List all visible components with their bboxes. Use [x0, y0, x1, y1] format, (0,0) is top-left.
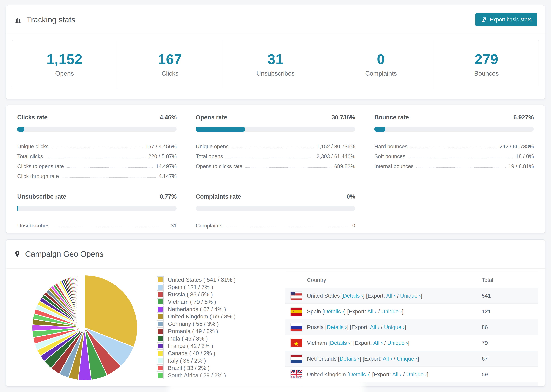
export-all-link[interactable]: All ›: [392, 371, 402, 378]
country-links-text: Vietnam [Details ›] [Export: All › / Uni…: [307, 340, 410, 346]
stat-value: 1,152: [47, 51, 83, 67]
legend-label: Canada ( 40 / 2% ): [168, 350, 215, 357]
details-link[interactable]: Details ›: [324, 308, 344, 315]
export-unique-link[interactable]: Unique ›: [400, 293, 421, 299]
rate-title: Bounce rate: [374, 114, 409, 121]
nl-flag-icon: [290, 355, 302, 363]
geo-table-row-de: Germany [Details ›] [Export: All › / Uni…: [285, 382, 538, 386]
geo-legend: United States ( 541 / 31% )Spain ( 121 /…: [156, 268, 282, 386]
dotted-leader: [225, 227, 349, 227]
legend-swatch: [156, 291, 164, 298]
rate-detail-row: Complaints0: [196, 219, 355, 229]
legend-swatch: [156, 298, 164, 305]
dotted-leader: [62, 177, 156, 178]
dotted-leader: [416, 168, 506, 168]
total-column-header: Total: [482, 277, 538, 283]
country-name: United Kingdom: [307, 371, 346, 378]
rate-progress-fill: [196, 127, 245, 132]
rate-detail-value: 4.147%: [159, 173, 177, 179]
dotted-leader: [51, 147, 143, 148]
slash: /: [379, 324, 384, 330]
geo-opens-pie-chart[interactable]: [28, 269, 141, 386]
bracket: ] [: [350, 340, 355, 346]
export-all-link[interactable]: All ›: [383, 356, 392, 362]
stat-value: 0: [377, 51, 385, 67]
rate-title: Opens rate: [196, 114, 227, 121]
country-cell: United States [Details ›] [Export: All ›…: [285, 292, 482, 300]
es-flag-icon: [290, 308, 302, 315]
geo-table-header: Country Total: [285, 272, 538, 288]
rate-detail-row: Soft bounces18 / 0%: [374, 150, 534, 160]
pie-slice[interactable]: [85, 275, 85, 328]
geo-table-row-ru: Russia [Details ›] [Export: All › / Uniq…: [285, 320, 538, 335]
export-button-label: Export basic stats: [490, 17, 532, 23]
rate-detail-row: Unique opens1,152 / 30.736%: [196, 140, 355, 150]
country-total: 67: [482, 356, 538, 362]
export-unique-link[interactable]: Unique ›: [381, 308, 402, 315]
legend-swatch: [156, 343, 164, 350]
stat-value: 279: [474, 51, 498, 67]
rate-progress-track: [17, 127, 177, 132]
export-unique-link[interactable]: Unique ›: [384, 324, 405, 330]
country-total: 79: [482, 340, 538, 346]
slash: /: [402, 371, 406, 378]
rate-detail-value: 167 / 4.456%: [145, 143, 177, 150]
country-links-text: United States [Details ›] [Export: All ›…: [307, 293, 422, 299]
bracket: [: [338, 356, 339, 362]
legend-swatch: [156, 335, 164, 342]
legend-label: Italy ( 36 / 2% ): [168, 357, 206, 364]
export-all-link[interactable]: All ›: [386, 293, 396, 299]
export-all-link[interactable]: All ›: [367, 308, 377, 315]
stat-cell-complaints: 0Complaints: [328, 40, 434, 88]
rate-detail-label: Unique opens: [196, 143, 228, 150]
country-links-text: Russia [Details ›] [Export: All › / Uniq…: [307, 324, 406, 330]
rate-value: 0%: [346, 193, 355, 200]
details-link[interactable]: Details ›: [330, 340, 350, 346]
bracket: ] [: [360, 356, 364, 362]
rate-head: Clicks rate4.46%: [17, 114, 177, 121]
legend-swatch: [156, 306, 164, 313]
export-unique-link[interactable]: Unique ›: [387, 340, 408, 346]
geo-table-row-vn: Vietnam [Details ›] [Export: All › / Uni…: [285, 335, 538, 351]
details-link[interactable]: Details ›: [343, 293, 363, 299]
legend-swatch: [156, 276, 164, 283]
rate-head: Unsubscribe rate0.77%: [17, 193, 177, 200]
slash: /: [396, 293, 400, 299]
legend-swatch: [156, 357, 164, 364]
rate-detail-label: Clicks to opens rate: [17, 163, 64, 169]
legend-label: Spain ( 121 / 7% ): [168, 284, 213, 290]
rate-detail-row: Total clicks220 / 5.87%: [17, 150, 177, 160]
bar-chart-icon: [14, 15, 22, 24]
legend-label: France ( 42 / 2% ): [168, 343, 213, 349]
export-all-link[interactable]: All ›: [373, 340, 383, 346]
stat-value: 167: [158, 51, 182, 67]
legend-item-india: India ( 46 / 3% ): [156, 335, 282, 342]
rate-detail-label: Total opens: [196, 154, 223, 160]
bracket: [: [329, 340, 330, 346]
export-basic-stats-button[interactable]: Export basic stats: [475, 13, 537, 26]
geo-table-row-gb: United Kingdom [Details ›] [Export: All …: [285, 367, 538, 382]
rate-title: Unsubscribe rate: [17, 193, 66, 200]
details-link[interactable]: Details ›: [327, 324, 347, 330]
export-unique-link[interactable]: Unique ›: [406, 371, 427, 378]
export-all-link[interactable]: All ›: [370, 324, 379, 330]
page-title: Tracking stats: [27, 15, 75, 24]
export-unique-link[interactable]: Unique ›: [397, 356, 417, 362]
rate-head: Opens rate30.736%: [196, 114, 355, 121]
details-link[interactable]: Details ›: [339, 356, 360, 362]
rates-grid: Clicks rate4.46%Unique clicks167 / 4.456…: [17, 114, 534, 229]
country-links-text: United Kingdom [Details ›] [Export: All …: [307, 371, 429, 378]
geo-title: Campaign Geo Opens: [25, 249, 104, 259]
bracket: ]: [417, 356, 419, 362]
rate-detail-row: Total opens2,303 / 61.446%: [196, 150, 355, 160]
geo-table-row-nl: Netherlands [Details ›] [Export: All › /…: [285, 351, 538, 367]
dotted-leader: [231, 147, 314, 148]
tracking-stats-title: Tracking stats: [14, 15, 75, 24]
details-link[interactable]: Details ›: [349, 371, 369, 378]
rate-block-bounce-rate: Bounce rate6.927%Hard bounces242 / 86.73…: [374, 114, 534, 179]
geo-table-rows: United States [Details ›] [Export: All ›…: [285, 288, 538, 386]
legend-label: Netherlands ( 67 / 4% ): [168, 306, 226, 313]
summary-stats-row: 1,152Opens167Clicks31Unsubscribes0Compla…: [12, 40, 539, 88]
slash: /: [377, 308, 381, 315]
legend-item-germany: Germany ( 55 / 3% ): [156, 320, 282, 328]
